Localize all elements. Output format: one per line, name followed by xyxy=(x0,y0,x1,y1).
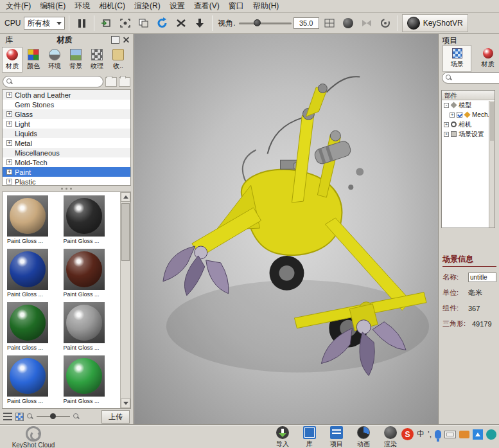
material-scrollbar[interactable] xyxy=(120,192,130,408)
pause-button[interactable] xyxy=(73,15,90,31)
view-angle-slider[interactable] xyxy=(239,17,292,30)
undock-panel-button[interactable] xyxy=(111,36,119,44)
clear-geometry-button[interactable] xyxy=(173,15,189,31)
cores-dropdown[interactable]: 所有核 xyxy=(24,17,65,30)
scene-item-camera[interactable]: 相机 xyxy=(442,120,495,129)
tree-item-moldtech[interactable]: Mold-Tech xyxy=(3,157,130,167)
zoom-in-icon[interactable] xyxy=(73,413,80,420)
ime-toolbox-icon[interactable] xyxy=(459,431,469,438)
dock-import[interactable]: 导入 xyxy=(270,426,295,448)
material-item[interactable]: Paint Gloss ... xyxy=(7,195,62,244)
tab-materials[interactable]: 材质 xyxy=(2,47,22,73)
slider-thumb[interactable] xyxy=(254,19,261,26)
expand-icon[interactable] xyxy=(6,92,12,98)
tab-colors[interactable]: 颜色 xyxy=(23,47,44,73)
dock-project[interactable]: 项目 xyxy=(324,426,349,448)
material-item[interactable]: Paint Gloss ... xyxy=(64,302,119,351)
menu-environment[interactable]: 环境 xyxy=(70,0,94,13)
library-search-input[interactable] xyxy=(3,76,103,87)
tray-network-icon[interactable] xyxy=(486,429,496,440)
scrollbar-thumb[interactable] xyxy=(490,102,494,141)
menu-help[interactable]: 帮助(H) xyxy=(249,0,284,13)
tab-scene[interactable]: 场景 xyxy=(442,45,471,72)
dock-library[interactable]: 库 xyxy=(297,426,322,448)
project-search-input[interactable] xyxy=(442,72,499,84)
download-button[interactable] xyxy=(191,15,208,31)
menu-file[interactable]: 文件(F) xyxy=(1,0,35,13)
microphone-icon[interactable] xyxy=(435,430,441,439)
tree-item-cloth[interactable]: Cloth and Leather xyxy=(3,90,130,100)
duplicate-button[interactable] xyxy=(136,15,152,31)
menu-render[interactable]: 渲染(R) xyxy=(130,0,165,13)
ime-punctuation-toggle[interactable]: ’, xyxy=(428,430,432,439)
menu-view[interactable]: 查看(V) xyxy=(189,0,224,13)
grid-view-button[interactable] xyxy=(15,413,24,421)
tree-item-paint[interactable]: Paint xyxy=(3,167,130,177)
library-header-tab[interactable]: 库 xyxy=(0,35,18,46)
open-folder-button[interactable] xyxy=(119,77,130,87)
expand-icon[interactable] xyxy=(6,169,12,175)
scene-item-mech[interactable]: Mech... xyxy=(442,110,495,120)
menu-window[interactable]: 窗口 xyxy=(224,0,249,13)
tree-item-gemstones[interactable]: Gem Stones xyxy=(3,100,130,109)
tab-backplates[interactable]: 背景 xyxy=(66,47,86,73)
scene-tree-scrollbar[interactable] xyxy=(489,101,495,228)
expand-icon[interactable] xyxy=(6,121,12,127)
panel-splitter-handle[interactable] xyxy=(0,186,133,192)
material-item[interactable]: Paint Gloss ... xyxy=(64,249,119,298)
scroll-down-button[interactable] xyxy=(121,399,130,408)
scene-item-scene-settings[interactable]: 场景设置 xyxy=(442,129,495,139)
refresh-button[interactable] xyxy=(154,15,171,31)
tab-environments[interactable]: 环境 xyxy=(44,47,65,73)
menu-edit[interactable]: 编辑(E) xyxy=(35,0,70,13)
viewport-3d[interactable] xyxy=(134,34,438,424)
sogou-logo-icon[interactable]: S xyxy=(401,428,414,440)
material-item[interactable]: Paint Gloss ... xyxy=(7,249,62,298)
turntable-button[interactable] xyxy=(377,15,394,31)
tab-textures[interactable]: 纹理 xyxy=(87,47,107,73)
close-panel-button[interactable] xyxy=(122,36,130,44)
expand-icon[interactable] xyxy=(6,159,12,165)
list-view-button[interactable] xyxy=(3,413,12,420)
region-button[interactable] xyxy=(117,15,134,31)
scene-item-model[interactable]: 模型 xyxy=(442,100,495,110)
tray-upload-icon[interactable] xyxy=(473,429,483,440)
tree-item-metal[interactable]: Metal xyxy=(3,138,130,148)
dock-render[interactable]: 渲染 xyxy=(378,426,403,448)
upload-button[interactable]: 上传 xyxy=(101,410,130,424)
scroll-up-button[interactable] xyxy=(121,192,130,202)
material-item[interactable]: Paint Gloss ... xyxy=(64,355,119,404)
link-views-button[interactable] xyxy=(358,15,375,31)
visibility-checkbox[interactable] xyxy=(457,112,462,118)
grid-toggle-button[interactable] xyxy=(321,15,338,31)
expand-icon[interactable] xyxy=(6,140,12,146)
tab-material[interactable]: 材质 xyxy=(473,45,499,72)
thumbnail-size-slider[interactable] xyxy=(37,412,70,421)
tree-item-plastic[interactable]: Plastic xyxy=(3,177,130,186)
expand-icon[interactable] xyxy=(6,179,12,184)
soft-keyboard-icon[interactable] xyxy=(444,431,456,438)
scrollbar-thumb[interactable] xyxy=(121,203,130,261)
dock-animation[interactable]: 动画 xyxy=(351,426,376,448)
slider-thumb[interactable] xyxy=(50,413,56,419)
tab-favorites[interactable]: 收.. xyxy=(108,47,128,73)
expand-icon[interactable] xyxy=(444,132,449,137)
material-item[interactable]: Paint Gloss ... xyxy=(7,355,62,404)
view-angle-value[interactable]: 35.0 xyxy=(293,17,319,29)
menu-settings[interactable]: 设置 xyxy=(165,0,189,13)
keyshot-cloud-item[interactable]: KeyShot Cloud xyxy=(8,426,59,448)
add-folder-button[interactable] xyxy=(105,77,117,87)
tree-item-light[interactable]: Light xyxy=(3,119,130,129)
expand-icon[interactable] xyxy=(450,112,455,118)
expand-icon[interactable] xyxy=(6,111,12,117)
ime-mode-toggle[interactable]: 中 xyxy=(417,429,425,440)
collapse-icon[interactable] xyxy=(444,103,449,108)
zoom-out-icon[interactable] xyxy=(27,413,33,420)
material-item[interactable]: Paint Gloss ... xyxy=(64,195,119,244)
render-sphere-button[interactable] xyxy=(340,15,356,31)
keyshotvr-button[interactable]: KeyShotVR xyxy=(402,14,468,32)
export-button[interactable] xyxy=(98,15,115,31)
expand-icon[interactable] xyxy=(444,122,449,127)
tree-item-liquids[interactable]: Liquids xyxy=(3,129,130,138)
tree-item-glass[interactable]: Glass xyxy=(3,109,130,119)
